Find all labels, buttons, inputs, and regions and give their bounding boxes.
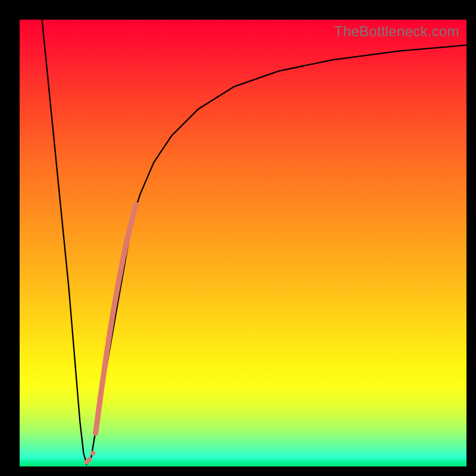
outlier-dots [84,451,96,465]
dot [129,220,134,225]
chart-svg [20,20,466,466]
dot [111,308,116,313]
outlier-dot [90,451,95,456]
dot [120,259,125,265]
dot [99,381,105,387]
dot [109,321,114,326]
dot [95,414,101,419]
dot [131,211,136,216]
dot [113,295,118,300]
dot [93,430,98,436]
watermark-text: TheBottleneck.com [334,23,459,40]
dot [102,365,107,371]
dot [127,229,132,234]
plot-area: TheBottleneck.com [20,20,466,466]
dot [133,202,139,207]
chart-frame: TheBottleneck.com [0,0,476,476]
dot [98,397,103,402]
dot [118,271,123,276]
bottleneck-curve [42,20,466,464]
dot [124,238,130,243]
dot [115,283,121,288]
dot [104,350,109,355]
dot [107,335,112,340]
dot [122,249,127,254]
bottleneck-dots [93,202,139,436]
outlier-dot [87,457,92,462]
